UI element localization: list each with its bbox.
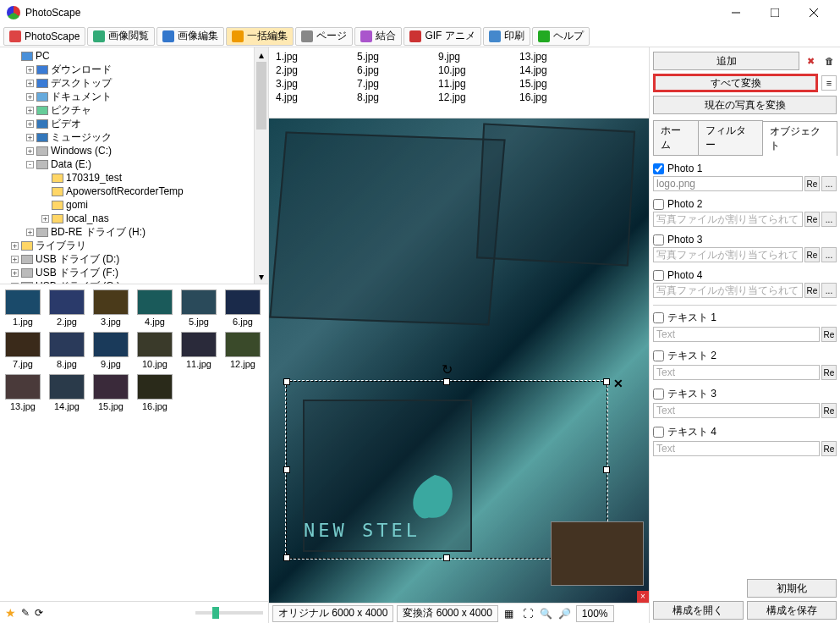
star-icon[interactable]: ★	[5, 606, 16, 620]
expand-icon[interactable]: +	[11, 242, 19, 250]
toolbar-tab-app[interactable]: PhotoScape	[3, 27, 85, 46]
tree-item[interactable]: gomi	[3, 198, 268, 212]
image-canvas[interactable]: ↻ ✕ NEW STEL ×	[269, 119, 649, 603]
expand-icon[interactable]: -	[26, 161, 34, 168]
tree-item[interactable]: +ピクチャ	[3, 103, 268, 117]
wand-icon[interactable]: ✎	[21, 607, 30, 619]
file-item[interactable]: 12.jpg	[438, 91, 519, 105]
photo-checkbox[interactable]	[653, 199, 664, 210]
thumbnail-item[interactable]: 3.jpg	[93, 289, 129, 327]
file-item[interactable]: 9.jpg	[438, 51, 519, 64]
file-item[interactable]: 1.jpg	[276, 51, 357, 64]
zoom-in-icon[interactable]: 🔎	[557, 606, 573, 621]
thumbnail-item[interactable]: 7.jpg	[5, 332, 41, 369]
photo-checkbox[interactable]	[653, 234, 664, 245]
navigator-thumbnail[interactable]	[551, 521, 644, 586]
file-item[interactable]: 15.jpg	[519, 78, 601, 91]
file-list[interactable]: 1.jpg2.jpg3.jpg4.jpg5.jpg6.jpg7.jpg8.jpg…	[269, 47, 649, 119]
thumbnail-item[interactable]: 5.jpg	[181, 289, 217, 327]
open-config-button[interactable]: 構成を開く	[653, 601, 744, 620]
file-item[interactable]: 10.jpg	[438, 64, 519, 78]
text-resize-icon[interactable]: Re	[821, 365, 837, 380]
convert-current-button[interactable]: 現在の写真を変換	[653, 96, 837, 114]
thumbnail-item[interactable]: 12.jpg	[225, 332, 261, 369]
expand-icon[interactable]: +	[26, 134, 34, 141]
toolbar-tab-print[interactable]: 印刷	[483, 27, 530, 46]
tree-item[interactable]: +USB ドライブ (D:)	[3, 252, 268, 266]
toolbar-tab-gif[interactable]: GIF アニメ	[404, 27, 480, 46]
refresh-icon[interactable]: ⟳	[35, 607, 43, 619]
browse-button[interactable]: ...	[821, 247, 837, 262]
tree-item[interactable]: +ドキュメント	[3, 90, 268, 103]
text-input[interactable]	[653, 327, 820, 342]
resize-icon[interactable]: Re	[804, 176, 820, 191]
text-checkbox[interactable]	[653, 312, 664, 323]
tree-item[interactable]: +ミュージック	[3, 130, 268, 144]
right-tab[interactable]: フィルター	[698, 120, 763, 155]
thumbnail-item[interactable]: 10.jpg	[137, 332, 173, 369]
photo-checkbox[interactable]	[653, 270, 664, 281]
thumbnail-item[interactable]: 4.jpg	[137, 289, 173, 327]
convert-all-button[interactable]: すべて変換	[653, 74, 818, 92]
thumbnail-item[interactable]: 15.jpg	[93, 374, 129, 411]
thumbnail-item[interactable]: 11.jpg	[181, 332, 217, 369]
tree-item[interactable]: -Data (E:)	[3, 157, 268, 171]
photo-path-input[interactable]	[653, 247, 803, 262]
toolbar-tab-page[interactable]: ページ	[295, 27, 353, 46]
thumbnail-item[interactable]: 14.jpg	[49, 374, 85, 411]
text-resize-icon[interactable]: Re	[821, 441, 837, 456]
tree-item[interactable]: +BD-RE ドライブ (H:)	[3, 225, 268, 239]
expand-icon[interactable]: +	[26, 147, 34, 155]
photo-path-input[interactable]	[653, 176, 803, 191]
right-tab[interactable]: オブジェクト	[762, 121, 837, 156]
text-input[interactable]	[653, 441, 820, 456]
folder-tree[interactable]: PC+ダウンロード+デスクトップ+ドキュメント+ピクチャ+ビデオ+ミュージック+…	[0, 47, 268, 284]
thumbnail-item[interactable]: 6.jpg	[225, 289, 261, 327]
expand-icon[interactable]: +	[41, 215, 49, 223]
minimize-button[interactable]	[716, 0, 755, 25]
tree-item[interactable]: 170319_test	[3, 171, 268, 185]
expand-icon[interactable]: +	[26, 120, 34, 128]
expand-icon[interactable]: +	[26, 107, 34, 114]
expand-icon[interactable]: +	[11, 269, 19, 277]
thumbnail-item[interactable]: 16.jpg	[137, 374, 173, 411]
text-checkbox[interactable]	[653, 427, 664, 438]
file-item[interactable]: 16.jpg	[519, 91, 601, 105]
thumbnail-item[interactable]: 8.jpg	[49, 332, 85, 369]
expand-icon[interactable]: +	[26, 66, 34, 74]
toolbar-tab-help[interactable]: ヘルプ	[532, 27, 590, 46]
thumbnail-item[interactable]: 2.jpg	[49, 289, 85, 327]
tree-item[interactable]: +local_nas	[3, 212, 268, 225]
tree-item[interactable]: PC	[3, 49, 268, 63]
toolbar-tab-edit[interactable]: 画像編集	[156, 27, 224, 46]
file-item[interactable]: 7.jpg	[357, 78, 438, 91]
file-item[interactable]: 3.jpg	[276, 78, 357, 91]
file-item[interactable]: 11.jpg	[438, 78, 519, 91]
zoom-level[interactable]: 100%	[576, 605, 614, 622]
delete-icon[interactable]: ✖	[803, 53, 818, 69]
tree-item[interactable]: +ビデオ	[3, 117, 268, 130]
thumbnail-item[interactable]: 1.jpg	[5, 289, 41, 327]
file-item[interactable]: 13.jpg	[519, 51, 601, 64]
tree-item[interactable]: +USB ドライブ (G:)	[3, 279, 268, 284]
fit-icon[interactable]: ⛶	[520, 606, 535, 621]
expand-icon[interactable]: +	[26, 229, 34, 236]
browse-button[interactable]: ...	[821, 283, 837, 298]
thumb-size-slider[interactable]	[195, 611, 263, 615]
file-item[interactable]: 4.jpg	[276, 91, 357, 105]
save-config-button[interactable]: 構成を保存	[747, 601, 837, 620]
photo-checkbox[interactable]	[653, 163, 664, 174]
expand-icon[interactable]: +	[11, 283, 19, 285]
text-resize-icon[interactable]: Re	[821, 403, 837, 418]
maximize-button[interactable]	[755, 0, 794, 25]
text-resize-icon[interactable]: Re	[821, 327, 837, 342]
file-item[interactable]: 2.jpg	[276, 64, 357, 78]
toolbar-tab-combine[interactable]: 結合	[354, 27, 402, 46]
thumbnail-item[interactable]: 9.jpg	[93, 332, 129, 369]
photo-path-input[interactable]	[653, 212, 803, 227]
browse-button[interactable]: ...	[821, 176, 837, 191]
navigator-close-icon[interactable]: ×	[637, 591, 649, 603]
text-input[interactable]	[653, 365, 820, 380]
expand-icon[interactable]: +	[26, 93, 34, 101]
add-button[interactable]: 追加	[653, 52, 799, 70]
